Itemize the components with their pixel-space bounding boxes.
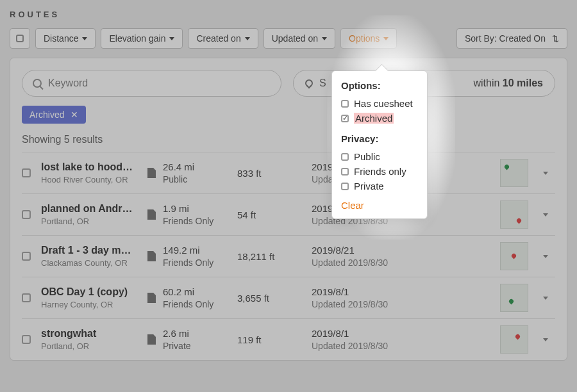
expand-row[interactable] bbox=[536, 297, 555, 300]
chip-label: Archived bbox=[29, 110, 64, 120]
popover-privacy-header: Privacy: bbox=[341, 133, 418, 144]
route-location: Clackamas County, OR bbox=[41, 258, 144, 268]
option-private[interactable]: Private bbox=[341, 179, 418, 193]
route-elevation: 833 ft bbox=[237, 168, 308, 179]
location-trunc: S bbox=[319, 78, 326, 89]
checkbox-icon bbox=[341, 153, 349, 161]
option-archived-label: Archived bbox=[354, 113, 394, 124]
row-checkbox[interactable] bbox=[22, 252, 31, 261]
chevron-down-icon bbox=[383, 37, 389, 40]
route-elevation: 18,211 ft bbox=[237, 251, 308, 262]
route-updated: Updated 2019/8/30 bbox=[312, 257, 414, 268]
document-icon bbox=[147, 293, 156, 303]
route-distance: 1.9 mi bbox=[163, 203, 233, 214]
route-thumbnail[interactable] bbox=[500, 159, 528, 187]
route-privacy: Friends Only bbox=[163, 257, 233, 268]
route-privacy: Public bbox=[163, 174, 233, 184]
route-privacy: Private bbox=[163, 341, 233, 351]
chevron-down-icon bbox=[322, 37, 327, 40]
expand-row[interactable] bbox=[536, 338, 555, 341]
clear-link[interactable]: Clear bbox=[341, 200, 364, 211]
route-title[interactable]: strongwhat bbox=[41, 328, 144, 339]
route-title[interactable]: OBC Day 1 (copy) bbox=[41, 286, 144, 298]
checkbox-icon bbox=[341, 100, 349, 108]
route-elevation: 54 ft bbox=[237, 209, 308, 220]
filter-elevation[interactable]: Elevation gain bbox=[101, 28, 183, 49]
option-private-label: Private bbox=[354, 181, 384, 192]
search-icon bbox=[33, 79, 42, 88]
route-created: 2019/8/1 bbox=[312, 328, 414, 339]
filter-options[interactable]: Options bbox=[340, 28, 397, 49]
route-updated: Updated 2019/8/30 bbox=[312, 299, 414, 309]
route-privacy: Friends Only bbox=[163, 216, 233, 226]
route-location: Hood River County, OR bbox=[41, 175, 144, 184]
option-public[interactable]: Public bbox=[341, 149, 418, 164]
document-icon bbox=[147, 209, 156, 220]
route-distance: 60.2 mi bbox=[163, 286, 233, 297]
filter-distance[interactable]: Distance bbox=[35, 28, 96, 49]
route-thumbnail[interactable] bbox=[500, 284, 528, 312]
route-row: planned on Andr…Portland, OR1.9 miFriend… bbox=[22, 193, 555, 235]
chevron-down-icon bbox=[543, 297, 548, 300]
options-popover: Options: Has cuesheet Archived Privacy: … bbox=[331, 70, 428, 219]
route-created: 2019/8/21 bbox=[312, 245, 414, 256]
document-icon bbox=[147, 168, 156, 178]
route-elevation: 3,655 ft bbox=[237, 293, 308, 304]
filter-elevation-label: Elevation gain bbox=[109, 33, 165, 44]
chevron-down-icon bbox=[543, 213, 548, 216]
sort-button[interactable]: Sort By: Created On⇅ bbox=[456, 28, 567, 49]
route-updated: Updated 2019/8/30 bbox=[312, 341, 414, 351]
checkbox-icon bbox=[341, 168, 349, 176]
pin-icon bbox=[304, 78, 315, 89]
row-checkbox[interactable] bbox=[22, 293, 31, 302]
option-friends[interactable]: Friends only bbox=[341, 164, 418, 179]
filter-created-label: Created on bbox=[196, 33, 240, 44]
route-distance: 26.4 mi bbox=[163, 161, 233, 172]
chevron-down-icon bbox=[543, 172, 548, 175]
filter-bar: Distance Elevation gain Created on Updat… bbox=[10, 28, 567, 49]
row-checkbox[interactable] bbox=[22, 335, 31, 344]
chip-remove-icon[interactable]: ✕ bbox=[71, 110, 78, 120]
keyword-input[interactable] bbox=[48, 78, 271, 89]
route-title[interactable]: Draft 1 - 3 day m… bbox=[41, 245, 144, 256]
filter-created[interactable]: Created on bbox=[188, 28, 258, 49]
expand-row[interactable] bbox=[536, 213, 555, 216]
route-title[interactable]: planned on Andr… bbox=[41, 203, 144, 215]
route-location: Harney County, OR bbox=[41, 300, 144, 309]
route-thumbnail[interactable] bbox=[500, 242, 528, 270]
filter-options-label: Options bbox=[349, 33, 380, 44]
route-elevation: 119 ft bbox=[237, 334, 308, 345]
route-row: lost lake to hood…Hood River County, OR2… bbox=[22, 152, 555, 193]
route-distance: 149.2 mi bbox=[163, 245, 233, 256]
keyword-search[interactable] bbox=[22, 70, 281, 97]
route-privacy: Friends Only bbox=[163, 299, 233, 309]
expand-row[interactable] bbox=[536, 172, 555, 175]
chevron-down-icon bbox=[543, 338, 548, 341]
within-label: within 10 miles bbox=[473, 78, 543, 89]
filter-updated[interactable]: Updated on bbox=[263, 28, 335, 49]
route-thumbnail[interactable] bbox=[500, 200, 528, 229]
document-icon bbox=[147, 251, 156, 261]
option-archived[interactable]: Archived bbox=[341, 111, 418, 126]
content-card: S ate) within 10 miles Archived ✕ Showin… bbox=[10, 58, 567, 361]
popover-options-header: Options: bbox=[341, 80, 418, 91]
route-row: strongwhatPortland, OR2.6 miPrivate119 f… bbox=[22, 318, 555, 360]
route-thumbnail[interactable] bbox=[500, 325, 528, 354]
select-all-checkbox[interactable] bbox=[10, 28, 30, 49]
row-checkbox[interactable] bbox=[22, 168, 31, 177]
route-title[interactable]: lost lake to hood… bbox=[41, 161, 144, 173]
results-count: Showing 5 results bbox=[22, 134, 555, 145]
page-title: ROUTES bbox=[10, 10, 567, 19]
expand-row[interactable] bbox=[536, 255, 555, 258]
option-has-cuesheet-label: Has cuesheet bbox=[354, 98, 413, 109]
route-location: Portland, OR bbox=[41, 216, 144, 226]
chevron-down-icon bbox=[82, 37, 87, 40]
filter-distance-label: Distance bbox=[44, 33, 78, 44]
filter-chip-archived[interactable]: Archived ✕ bbox=[22, 106, 86, 124]
chevron-down-icon bbox=[169, 37, 174, 40]
option-friends-label: Friends only bbox=[354, 166, 406, 177]
option-has-cuesheet[interactable]: Has cuesheet bbox=[341, 96, 418, 111]
option-public-label: Public bbox=[354, 151, 380, 162]
row-checkbox[interactable] bbox=[22, 210, 31, 219]
checkbox-checked-icon bbox=[341, 115, 349, 122]
